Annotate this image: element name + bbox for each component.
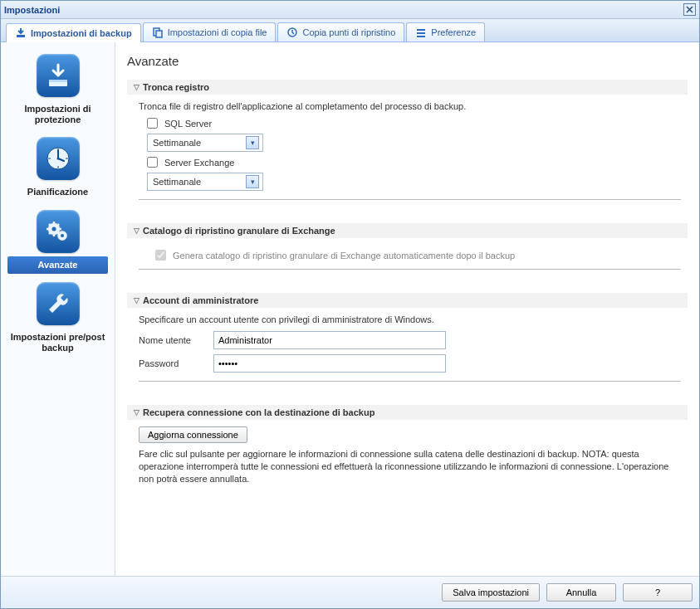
username-input[interactable] [213,331,446,349]
svg-rect-2 [156,31,162,37]
window-title: Impostazioni [4,5,60,15]
svg-line-24 [57,232,59,234]
sidebar-item-advanced[interactable]: Avanzate [1,205,115,277]
sidebar-item-protection[interactable]: Impostazioni di protezione [1,49,115,132]
content-area: Avanzate ▽ Tronca registro Tronca file d… [115,42,699,576]
svg-line-26 [49,232,51,234]
settings-window: Impostazioni Impostazioni di backup Impo… [0,0,700,609]
sidebar-item-schedule[interactable]: Pianificazione [1,132,115,204]
exchange-frequency-select[interactable]: Settimanale ▾ [147,173,263,191]
sql-server-row: SQL Server [147,118,681,129]
chevron-down-icon: ▽ [134,408,140,417]
exchange-server-row: Server Exchange [147,157,681,168]
section-recover-connection: ▽ Recupera connessione con la destinazio… [127,405,688,492]
section-granular-catalog: ▽ Catalogo di ripristino granulare di Ex… [127,223,688,276]
generate-catalog-row: Genera catalogo di ripristino granulare … [155,250,681,261]
page-title: Avanzate [127,54,688,68]
section-header-truncate[interactable]: ▽ Tronca registro [127,80,688,95]
svg-line-23 [49,224,51,226]
svg-point-18 [61,234,64,237]
chevron-down-icon: ▽ [134,227,140,235]
tab-label: Impostazioni di copia file [168,27,267,37]
gear-icon [37,210,80,253]
tab-restore-points[interactable]: Copia punti di ripristino [277,22,404,41]
disk-download-icon [37,54,80,97]
sql-server-checkbox[interactable] [147,118,158,129]
cancel-button[interactable]: Annulla [546,583,616,602]
chevron-down-icon: ▽ [134,296,140,304]
save-button[interactable]: Salva impostazioni [442,583,540,602]
svg-line-25 [57,224,59,226]
help-button[interactable]: ? [623,583,693,602]
recover-note: Fare clic sul pulsante per aggiornare le… [139,448,681,485]
section-title: Account di amministratore [143,295,258,305]
sidebar: Impostazioni di protezione Pianificazion… [1,42,115,576]
exchange-server-label: Server Exchange [164,158,234,168]
wrench-icon [37,282,80,325]
tab-strip: Impostazioni di backup Impostazioni di c… [1,19,699,42]
dialog-footer: Salva impostazioni Annulla ? [1,576,699,608]
password-label: Password [139,358,205,368]
tab-backup-settings[interactable]: Impostazioni di backup [6,23,141,42]
restore-point-icon [286,27,298,38]
sidebar-item-label: Avanzate [7,256,108,274]
section-title: Recupera connessione con la destinazione… [143,407,374,417]
download-disk-icon [15,27,27,39]
username-label: Nome utente [139,335,205,345]
tab-preferences[interactable]: Preferenze [406,22,485,41]
clock-icon [37,137,80,180]
tab-label: Preferenze [431,27,476,37]
generate-catalog-label: Genera catalogo di ripristino granulare … [173,251,515,261]
section-admin-account: ▽ Account di amministratore Specificare … [127,293,688,388]
tab-label: Copia punti di ripristino [302,27,395,37]
svg-rect-0 [17,35,25,37]
tab-label: Impostazioni di backup [31,28,132,38]
copy-icon [152,27,164,38]
select-value: Settimanale [153,177,201,187]
chevron-down-icon: ▾ [246,136,259,149]
svg-rect-5 [417,32,425,34]
section-title: Catalogo di ripristino granulare di Exch… [143,226,335,236]
prefs-icon [415,27,427,38]
svg-rect-4 [417,29,425,31]
section-header-recover[interactable]: ▽ Recupera connessione con la destinazio… [127,405,688,420]
titlebar: Impostazioni [1,1,699,19]
sidebar-item-label: Impostazioni di protezione [4,100,111,129]
sidebar-item-label: Pianificazione [4,183,111,201]
chevron-down-icon: ▽ [134,83,140,91]
generate-catalog-checkbox [155,250,166,261]
update-connection-button[interactable]: Aggiorna connessione [139,426,247,443]
select-value: Settimanale [153,138,201,148]
section-header-admin[interactable]: ▽ Account di amministratore [127,293,688,308]
close-icon[interactable] [683,3,696,16]
section-title: Tronca registro [143,82,209,92]
svg-rect-6 [417,36,425,37]
section-truncate-log: ▽ Tronca registro Tronca file di registr… [127,80,688,207]
admin-desc: Specificare un account utente con privil… [139,314,681,324]
section-header-granular[interactable]: ▽ Catalogo di ripristino granulare di Ex… [127,223,688,238]
sql-frequency-select[interactable]: Settimanale ▾ [147,134,263,152]
password-input[interactable] [213,354,446,373]
exchange-server-checkbox[interactable] [147,157,158,168]
svg-point-17 [51,227,56,231]
tab-file-copy-settings[interactable]: Impostazioni di copia file [143,22,277,41]
svg-rect-8 [49,80,67,82]
sidebar-item-pre-post[interactable]: Impostazioni pre/post backup [1,277,115,360]
chevron-down-icon: ▾ [246,175,259,188]
sidebar-item-label: Impostazioni pre/post backup [4,329,111,357]
truncate-desc: Tronca file di registro dell'applicazion… [139,101,681,111]
sql-server-label: SQL Server [164,119,212,129]
